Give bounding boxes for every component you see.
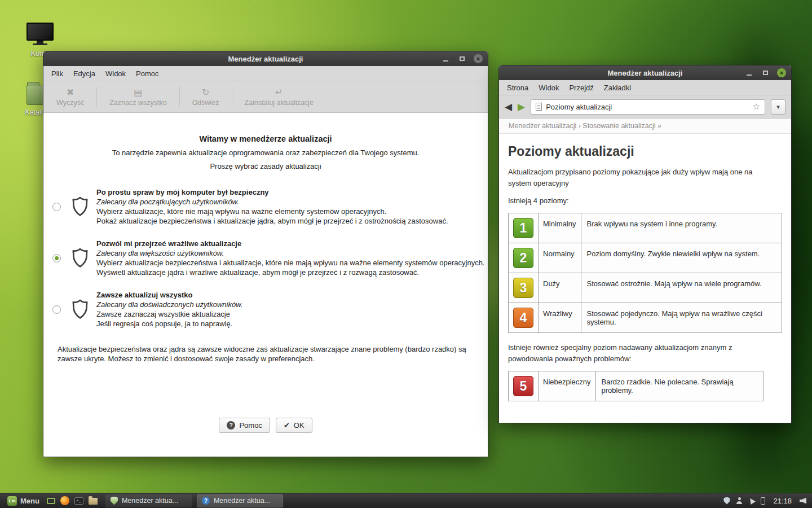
clear-button[interactable]: ✖ Wyczyść xyxy=(48,83,92,111)
taskbar-window-help-viewer[interactable]: ? Menedżer aktua... xyxy=(197,494,283,507)
menu-edycja[interactable]: Edycja xyxy=(68,67,100,80)
address-bar[interactable]: Poziomy aktualizacji ☆ xyxy=(531,99,765,115)
show-desktop-button[interactable] xyxy=(44,494,58,507)
firefox-icon xyxy=(60,496,69,505)
maximize-button[interactable] xyxy=(761,68,770,77)
mint-logo-icon: Lm xyxy=(7,496,17,506)
breadcrumb[interactable]: Menedżer aktualizacji › Stosowanie aktua… xyxy=(499,119,791,134)
level-description: Bardzo rzadkie. Nie polecane. Sprawiają … xyxy=(595,371,763,401)
select-all-icon: ▤ xyxy=(134,87,142,98)
menu-plik[interactable]: Plik xyxy=(46,67,68,80)
radio-button[interactable] xyxy=(52,203,61,211)
taskbar-window-update-manager[interactable]: Menedżer aktua... xyxy=(105,494,192,507)
level-description: Poziom domyślny. Zwykle niewielki wpływ … xyxy=(581,243,782,273)
policy-option-2[interactable]: Pozwól mi przejrzeć wrażliwe aktualizacj… xyxy=(52,239,488,277)
install-icon: ↵ xyxy=(275,87,283,98)
option-subtitle: Zalecany dla początkujących użytkowników… xyxy=(96,197,448,207)
address-dropdown-button[interactable]: ▾ xyxy=(771,99,785,115)
option-line: Pokaż aktualizacje bezpieczeństwa i aktu… xyxy=(96,216,448,226)
option-line: Wyświetl aktualizacje jądra i wrażliwe a… xyxy=(96,268,484,277)
wizard-menubar: Plik Edycja Widok Pomoc xyxy=(43,66,488,81)
table-row: 3 Duży Stosować ostrożnie. Mają wpływ na… xyxy=(509,273,782,303)
menu-zakladki[interactable]: Zakładki xyxy=(599,81,636,94)
window-title: Menedżer aktualizacji xyxy=(608,69,683,77)
shield-icon xyxy=(72,196,89,217)
menu-widok[interactable]: Widok xyxy=(100,67,131,80)
menu-przejdz[interactable]: Przejdź xyxy=(564,81,598,94)
level-name: Normalny xyxy=(539,243,581,273)
radio-button-selected[interactable] xyxy=(52,254,61,262)
option-line: Wybierz aktualizacje, które nie mają wpł… xyxy=(96,207,448,216)
select-all-button[interactable]: ▤ Zaznacz wszystko xyxy=(101,83,175,111)
maximize-icon xyxy=(460,56,465,61)
level-1-badge: 1 xyxy=(513,218,533,238)
volume-icon[interactable] xyxy=(800,498,806,504)
welcome-title: Witamy w menedżerze aktualizacji xyxy=(43,134,488,143)
help-button-label: Pomoc xyxy=(239,421,262,430)
user-tray-icon[interactable] xyxy=(736,497,743,504)
level-2-badge: 2 xyxy=(513,248,533,268)
back-button[interactable]: ◀ xyxy=(505,102,512,112)
computer-icon xyxy=(27,23,54,46)
policy-option-3[interactable]: Zawsze aktualizuj wszystko Zalecany dla … xyxy=(52,290,488,329)
page-icon xyxy=(536,103,542,111)
radio-button[interactable] xyxy=(52,305,61,314)
toolbar-separator xyxy=(232,87,232,107)
forward-button[interactable]: ▶ xyxy=(518,102,525,112)
level-name: Niebezpieczny xyxy=(539,371,596,401)
level-3-badge: 3 xyxy=(513,278,533,298)
question-icon: ? xyxy=(227,421,235,430)
table-row: 5 Niebezpieczny Bardzo rzadkie. Nie pole… xyxy=(509,371,764,401)
option-title: Po prostu spraw by mój komputer był bezp… xyxy=(96,187,448,197)
menu-strona[interactable]: Strona xyxy=(502,81,533,94)
wizard-titlebar[interactable]: Menedżer aktualizacji × xyxy=(43,51,488,66)
close-icon: × xyxy=(780,69,783,76)
level-description: Stosować ostrożnie. Mają wpływ na wiele … xyxy=(581,273,782,303)
terminal-icon: >_ xyxy=(74,497,83,505)
menu-widok[interactable]: Widok xyxy=(533,81,564,94)
help-content: Poziomy aktualizacji Aktualizacjom przyp… xyxy=(499,134,791,423)
install-updates-button[interactable]: ↵ Zainstaluj aktualizacje xyxy=(236,83,322,111)
help-viewer-window: Menedżer aktualizacji × Strona Widok Prz… xyxy=(498,65,792,423)
install-label: Zainstaluj aktualizacje xyxy=(245,99,314,107)
help-navbar: ◀ ▶ Poziomy aktualizacji ☆ ▾ xyxy=(499,95,791,119)
files-launcher[interactable] xyxy=(86,494,100,507)
firefox-launcher[interactable] xyxy=(58,494,72,507)
maximize-button[interactable] xyxy=(457,54,466,63)
refresh-button[interactable]: ↻ Odśwież xyxy=(184,83,228,111)
chevron-down-icon: ▾ xyxy=(776,103,780,111)
wizard-toolbar: ✖ Wyczyść ▤ Zaznacz wszystko ↻ Odśwież ↵… xyxy=(43,81,488,113)
select-all-label: Zaznacz wszystko xyxy=(109,99,166,107)
cursor-tray-icon[interactable] xyxy=(748,497,756,505)
level-description: Brak wpływu na system i inne programy. xyxy=(581,213,782,243)
window-controls: × xyxy=(441,51,483,66)
help-button[interactable]: ? Pomoc xyxy=(219,418,270,433)
clock[interactable]: 21:18 xyxy=(773,497,792,505)
terminal-launcher[interactable]: >_ xyxy=(72,494,86,507)
help-menubar: Strona Widok Przejdź Zakładki xyxy=(499,80,791,95)
intro-paragraph: Aktualizacjom przypisano poziomy pokazuj… xyxy=(508,167,774,189)
shield-icon xyxy=(72,248,89,268)
policy-option-1[interactable]: Po prostu spraw by mój komputer był bezp… xyxy=(52,187,488,226)
policy-footnote: Aktualizacje bezpieczeństwa oraz jądra s… xyxy=(58,344,474,364)
ok-button[interactable]: ✔ OK xyxy=(276,418,312,433)
level-description: Stosować pojedynczo. Mają wpływ na wrażl… xyxy=(581,303,782,333)
help-titlebar[interactable]: Menedżer aktualizacji × xyxy=(499,65,791,80)
welcome-subtitle: To narzędzie zapewnia aktualizacje oprog… xyxy=(43,148,488,157)
level-4-badge: 4 xyxy=(513,308,533,328)
option-line: Wybierz aktualizacje bezpieczeństwa i ak… xyxy=(96,258,484,268)
minimize-button[interactable] xyxy=(744,68,753,77)
close-button[interactable]: × xyxy=(777,68,786,77)
update-manager-window: Menedżer aktualizacji × Plik Edycja Wido… xyxy=(43,51,488,457)
folder-icon xyxy=(89,498,98,505)
menu-pomoc[interactable]: Pomoc xyxy=(131,67,164,80)
menu-button[interactable]: Lm Menu xyxy=(3,493,44,508)
toolbar-separator xyxy=(96,87,97,107)
clear-label: Wyczyść xyxy=(56,99,84,107)
device-tray-icon[interactable] xyxy=(761,497,765,505)
bookmark-star-icon[interactable]: ☆ xyxy=(753,102,760,112)
close-button[interactable]: × xyxy=(474,54,483,63)
update-tray-icon[interactable] xyxy=(723,497,730,505)
menu-button-label: Menu xyxy=(20,497,39,505)
minimize-button[interactable] xyxy=(441,54,450,63)
